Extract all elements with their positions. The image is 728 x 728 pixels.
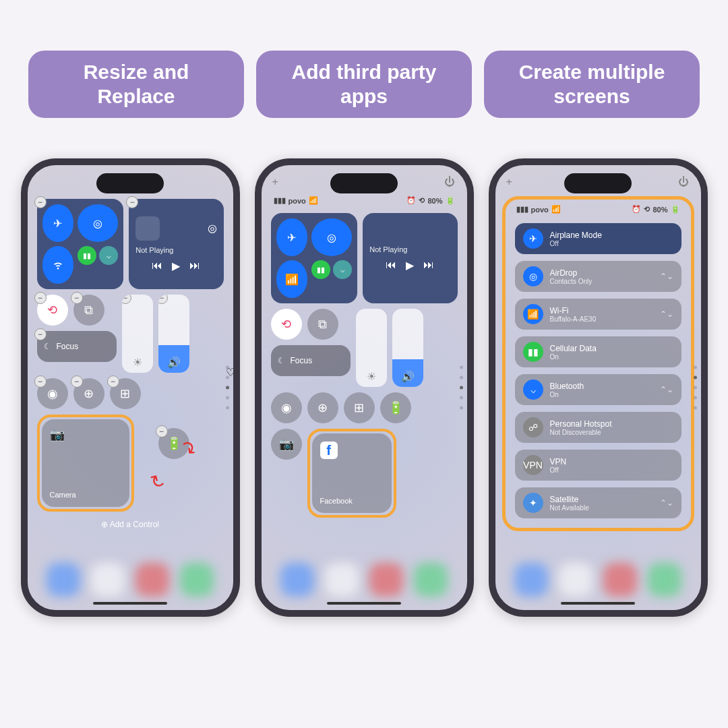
media-tile[interactable]: Not Playing ⏮ ▶ ⏭ xyxy=(363,213,457,303)
not-playing-label: Not Playing xyxy=(369,245,450,253)
carrier-label: povo xyxy=(289,197,306,205)
blurred-dock xyxy=(495,549,701,610)
add-icon[interactable]: + xyxy=(272,176,284,188)
home-indicator[interactable] xyxy=(327,602,401,605)
row-name: VPN xyxy=(550,457,673,466)
row-name: Personal Hotspot xyxy=(550,419,673,429)
volume-icon: 🔊 xyxy=(401,370,415,383)
facebook-tile[interactable]: f Facebook xyxy=(312,433,392,513)
screen-record-button[interactable]: −◉ xyxy=(37,378,68,409)
airplay-icon[interactable]: ◎ xyxy=(208,222,217,235)
list-row-bluetooth[interactable]: ⌵ Bluetooth On ⌃⌄ xyxy=(515,374,681,405)
prev-icon[interactable]: ⏮ xyxy=(386,259,396,272)
list-row-cellular-data[interactable]: ▮▮ Cellular Data On xyxy=(515,336,681,367)
add-icon[interactable]: + xyxy=(506,176,518,188)
connectivity-tile[interactable]: ✈ ◎ 📶 ▮▮ ⌵ xyxy=(271,213,358,303)
list-row-satellite[interactable]: ✦ Satellite Not Available ⌃⌄ xyxy=(515,487,681,518)
magnifier-button[interactable]: −⊕ xyxy=(73,378,104,409)
focus-button[interactable]: ☾ Focus xyxy=(271,345,351,376)
rotation-lock-button[interactable]: ⟲ xyxy=(271,309,302,340)
blurred-dock xyxy=(262,549,467,610)
wifi-icon[interactable]: 📶 xyxy=(276,260,308,298)
battery-pct: 80% xyxy=(427,197,442,205)
bluetooth-icon[interactable]: ⌵ xyxy=(99,246,118,265)
connectivity-tile[interactable]: − ✈ ◎ ▮▮ ⌵ xyxy=(37,199,124,289)
bt-icon: ⌵ xyxy=(523,380,543,400)
page-indicator xyxy=(460,366,463,410)
battery-icon: 🔋 xyxy=(446,196,455,205)
cell-icon: ▮▮ xyxy=(523,342,543,362)
list-row-airdrop[interactable]: ◎ AirDrop Contacts Only ⌃⌄ xyxy=(515,261,681,292)
camera-highlight: − 📷 Camera xyxy=(37,415,134,512)
row-sub: On xyxy=(550,391,653,398)
prev-icon[interactable]: ⏮ xyxy=(152,260,162,272)
chevron-icon: ⌃⌄ xyxy=(660,272,673,281)
facebook-icon: f xyxy=(320,442,338,459)
list-row-vpn[interactable]: VPN VPN Off xyxy=(515,450,681,481)
calculator-button[interactable]: ⊞ xyxy=(344,392,375,423)
row-sub: Not Discoverable xyxy=(550,429,673,436)
add-control-button[interactable]: ⊕ Add a Control xyxy=(37,520,224,529)
next-icon[interactable]: ⏭ xyxy=(423,259,434,272)
list-row-personal-hotspot[interactable]: ☍ Personal Hotspot Not Discoverable xyxy=(515,412,681,443)
volume-slider[interactable]: 🔊 xyxy=(392,309,423,387)
row-name: Satellite xyxy=(550,495,653,504)
notch xyxy=(330,173,398,193)
magnifier-button[interactable]: ⊕ xyxy=(307,392,338,423)
screen-mirror-button[interactable]: −⧉ xyxy=(73,295,104,326)
power-icon[interactable]: ⏻ xyxy=(678,176,690,188)
remove-icon[interactable]: − xyxy=(126,196,138,208)
bluetooth-icon[interactable]: ⌵ xyxy=(333,260,352,279)
connectivity-list: ✈ Airplane Mode Off ◎ AirDrop Contacts O… xyxy=(511,219,686,522)
wifi-icon[interactable] xyxy=(42,246,74,284)
home-indicator[interactable] xyxy=(561,602,635,605)
phones-row: − ✈ ◎ ▮▮ ⌵ − ◎ xyxy=(0,138,728,617)
row-sub: Off xyxy=(550,466,673,474)
media-tile[interactable]: − ◎ Not Playing ⏮ ▶ ⏭ xyxy=(129,199,223,289)
airplane-icon[interactable]: ✈ xyxy=(42,204,74,242)
phone-1: − ✈ ◎ ▮▮ ⌵ − ◎ xyxy=(21,158,240,617)
rotation-icon: ⟲ xyxy=(644,205,650,214)
volume-slider[interactable]: −🔊 xyxy=(158,295,189,373)
cellular-icon[interactable]: ▮▮ xyxy=(311,260,330,279)
wifi-icon: 📶 xyxy=(309,196,318,205)
power-icon[interactable]: ⏻ xyxy=(444,176,456,188)
rotation-icon: ⟲ xyxy=(419,196,425,205)
signal-icon: ▮▮▮ xyxy=(274,196,286,205)
list-row-wi-fi[interactable]: 📶 Wi-Fi Buffalo-A-AE30 ⌃⌄ xyxy=(515,299,681,330)
airdrop-icon[interactable]: ◎ xyxy=(311,218,352,256)
plus-icon: ⊕ xyxy=(101,520,108,529)
screen-record-button[interactable]: ◉ xyxy=(271,392,302,423)
facebook-highlight: f Facebook xyxy=(307,429,396,518)
play-icon[interactable]: ▶ xyxy=(172,260,180,272)
cellular-icon[interactable]: ▮▮ xyxy=(78,246,96,265)
notch xyxy=(564,173,632,193)
play-icon[interactable]: ▶ xyxy=(406,259,414,272)
row-sub: Not Available xyxy=(550,504,653,512)
list-row-airplane-mode[interactable]: ✈ Airplane Mode Off xyxy=(515,223,681,254)
vpn-icon: VPN xyxy=(523,455,543,475)
rotation-lock-button[interactable]: −⟲ xyxy=(37,295,68,326)
brightness-icon: ☀ xyxy=(133,356,142,369)
battery-pct: 80% xyxy=(653,206,667,214)
airplane-icon[interactable]: ✈ xyxy=(276,218,308,256)
camera-button[interactable]: 📷 xyxy=(271,429,302,460)
alarm-icon: ⏰ xyxy=(406,196,416,205)
sat-icon: ✦ xyxy=(523,493,543,513)
brightness-slider[interactable]: ☀ xyxy=(356,309,387,387)
signal-icon: ▮▮▮ xyxy=(516,205,528,214)
focus-button[interactable]: − ☾ Focus xyxy=(37,331,117,362)
camera-tile[interactable]: − 📷 Camera xyxy=(42,419,129,507)
label-row: Resize and Replace Add third party apps … xyxy=(0,0,728,138)
page-indicator: ♡ xyxy=(226,366,229,410)
home-indicator[interactable] xyxy=(93,602,167,605)
calculator-button[interactable]: −⊞ xyxy=(110,378,141,409)
airdrop-icon[interactable]: ◎ xyxy=(78,204,118,242)
row-sub: Contacts Only xyxy=(550,278,653,285)
brightness-slider[interactable]: −☀ xyxy=(122,295,153,373)
next-icon[interactable]: ⏭ xyxy=(189,260,200,272)
low-power-button[interactable]: 🔋 xyxy=(380,392,411,423)
screen-mirror-button[interactable]: ⧉ xyxy=(307,309,338,340)
remove-icon[interactable]: − xyxy=(34,196,47,208)
chevron-icon: ⌃⌄ xyxy=(660,498,673,508)
